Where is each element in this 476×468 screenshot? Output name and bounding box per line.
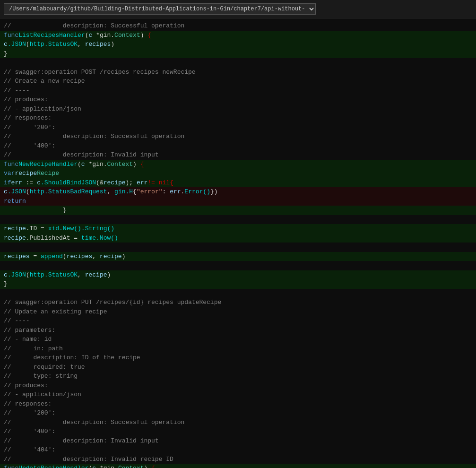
code-line (0, 243, 476, 252)
code-line: } (0, 49, 476, 59)
code-line: // ---- (0, 316, 476, 326)
code-line: // '404': (0, 445, 476, 455)
code-line: c.JSON(http.StatusOK, recipe) (0, 270, 476, 280)
code-line: recipes = append(recipes, recipe) (0, 252, 476, 261)
code-line: // - application/json (0, 104, 476, 114)
code-line: // type: string (0, 372, 476, 381)
code-line: // - name: id (0, 335, 476, 344)
code-line: // swagger:operation POST /recipes recip… (0, 68, 476, 77)
code-line (0, 58, 476, 68)
code-line: // parameters: (0, 326, 476, 335)
code-line: // responses: (0, 399, 476, 409)
code-line: c.JSON(http.StatusOK, recipes) (0, 40, 476, 49)
file-selector[interactable]: /Users/mlabouardy/github/Building-Distri… (4, 3, 316, 15)
code-line: recipe.PublishedAt = time.Now() (0, 234, 476, 243)
code-line: // produces: (0, 381, 476, 390)
code-line: // Update an existing recipe (0, 307, 476, 317)
code-line: var recipe Recipe (0, 169, 476, 178)
code-line: // '200': (0, 123, 476, 132)
code-line: // description: Successful operation (0, 21, 476, 31)
code-line: // description: Invalid recipe ID (0, 455, 476, 464)
code-line: // '400': (0, 141, 476, 151)
code-line: // produces: (0, 95, 476, 104)
code-line (0, 215, 476, 225)
code-line: // description: Successful operation (0, 132, 476, 141)
code-line: // '400': (0, 427, 476, 436)
code-line (0, 261, 476, 270)
code-line: func NewRecipeHandler(c *gin.Context) { (0, 160, 476, 169)
code-line: if err := c.ShouldBindJSON(&recipe); err… (0, 178, 476, 188)
code-line: func UpdateRecipeHandler(c *gin.Context)… (0, 464, 476, 468)
code-line: // description: ID of the recipe (0, 353, 476, 363)
code-line: c.JSON(http.StatusBadRequest, gin.H{"err… (0, 187, 476, 197)
code-line: } (0, 279, 476, 289)
code-line: // description: Successful operation (0, 418, 476, 427)
code-line: } (0, 206, 476, 215)
code-line: // description: Invalid input (0, 150, 476, 160)
code-line: // responses: (0, 113, 476, 123)
code-line: recipe.ID = xid.New().String() (0, 224, 476, 234)
code-line: // ---- (0, 86, 476, 95)
code-area: // description: Successful operationfunc… (0, 18, 476, 468)
code-line: // swagger:operation PUT /recipes/{id} r… (0, 298, 476, 307)
code-line: func ListRecipesHandler(c *gin.Context) … (0, 31, 476, 40)
code-line: // in: path (0, 344, 476, 354)
code-line (0, 289, 476, 298)
code-line: // required: true (0, 363, 476, 372)
header-bar: /Users/mlabouardy/github/Building-Distri… (0, 0, 476, 18)
code-line: // Create a new recipe (0, 77, 476, 86)
code-line: // description: Invalid input (0, 436, 476, 446)
code-line: // - application/json (0, 390, 476, 399)
code-line: return (0, 197, 476, 206)
code-line: // '200': (0, 408, 476, 418)
